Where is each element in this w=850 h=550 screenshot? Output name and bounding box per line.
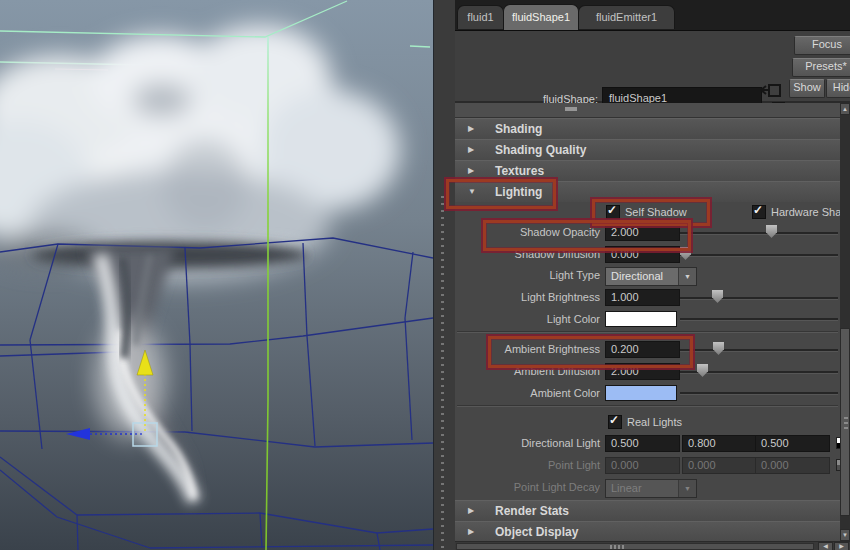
point-light-decay-dropdown: Linear ▼ <box>605 479 697 498</box>
tab-fluidemitter1[interactable]: fluidEmitter1 <box>578 5 675 29</box>
copy-tab-icon[interactable] <box>761 85 780 96</box>
light-type-label: Light Type <box>455 269 600 281</box>
hide-button[interactable]: Hide <box>826 79 850 98</box>
point-light-label: Point Light <box>455 459 600 471</box>
section-render-stats[interactable]: ▶ Render Stats <box>455 500 840 522</box>
ambient-brightness-slider[interactable] <box>680 349 838 352</box>
real-lights-checkbox[interactable]: ✓ <box>608 415 622 429</box>
directional-light-x-field[interactable]: 0.500 <box>605 435 680 452</box>
ae-tab-bar: fluid1 fluidShape1 fluidEmitter1 <box>455 0 850 31</box>
hardware-shadow-checkbox[interactable]: ✓ <box>752 205 766 219</box>
check-icon: ✓ <box>609 413 619 427</box>
light-brightness-label: Light Brightness <box>455 291 600 303</box>
partial-widget <box>565 107 577 111</box>
light-color-slider[interactable] <box>680 318 838 321</box>
ambient-color-label: Ambient Color <box>455 387 600 399</box>
directional-light-y-field[interactable]: 0.800 <box>682 435 757 452</box>
panel-divider[interactable] <box>433 0 457 550</box>
light-brightness-slider[interactable] <box>680 297 838 300</box>
real-lights-label: Real Lights <box>627 416 682 428</box>
manipulator-center-handle[interactable] <box>133 423 157 446</box>
light-color-swatch[interactable] <box>605 311 677 327</box>
check-icon: ✓ <box>753 203 763 217</box>
collapsed-arrow-icon: ▶ <box>468 506 474 515</box>
shadow-opacity-slider[interactable] <box>680 232 838 235</box>
annotation-box-shadow-opacity <box>483 220 691 251</box>
viewport-scene <box>0 0 433 550</box>
collapsed-arrow-icon: ▶ <box>468 166 474 175</box>
light-brightness-field[interactable]: 1.000 <box>605 289 680 306</box>
directional-light-z-field[interactable]: 0.500 <box>755 435 830 452</box>
directional-light-label: Directional Light <box>455 437 600 449</box>
hardware-shadow-label: Hardware Shadow <box>771 206 850 218</box>
collapsed-arrow-icon: ▶ <box>468 145 474 154</box>
ambient-color-swatch[interactable] <box>605 385 677 401</box>
light-color-label: Light Color <box>455 313 600 325</box>
light-type-dropdown[interactable]: Directional ▼ <box>605 267 697 286</box>
scroll-down-icon[interactable]: ▼ <box>840 529 850 541</box>
thumb-grip-dots <box>610 545 626 549</box>
scroll-right-icon[interactable]: ▶ <box>834 542 849 550</box>
collapsed-arrow-icon: ▶ <box>468 527 474 536</box>
show-button[interactable]: Show <box>789 79 825 98</box>
shadow-diffusion-slider[interactable] <box>680 254 838 257</box>
ambient-color-slider[interactable] <box>680 392 838 395</box>
section-object-display[interactable]: ▶ Object Display <box>455 521 840 543</box>
point-light-z-field: 0.000 <box>755 457 830 474</box>
scroll-up-icon[interactable]: ▲ <box>840 103 850 115</box>
point-light-y-field: 0.000 <box>682 457 757 474</box>
tab-fluidshape1[interactable]: fluidShape1 <box>503 4 579 30</box>
annotation-box-ambient-brightness <box>488 336 693 368</box>
scroll-left-icon[interactable]: ◀ <box>818 542 833 550</box>
vertical-scrollbar-thumb[interactable] <box>840 328 850 516</box>
focus-button[interactable]: Focus <box>794 36 850 55</box>
viewport-panel[interactable] <box>0 0 433 550</box>
scrolled-partial-row <box>455 103 840 118</box>
ae-header: fluidShape: fluidShape1 Focus Presets* S… <box>455 31 850 103</box>
dropdown-arrow-icon: ▼ <box>678 480 696 497</box>
section-shading[interactable]: ▶ Shading <box>455 118 840 140</box>
vertical-scrollbar[interactable]: ▲ ▼ <box>840 103 850 541</box>
presets-button[interactable]: Presets* <box>792 58 850 77</box>
tab-fluid1[interactable]: fluid1 <box>457 5 504 29</box>
thumb-grip-dots <box>844 417 848 431</box>
collapsed-arrow-icon: ▶ <box>468 124 474 133</box>
point-light-decay-label: Point Light Decay <box>455 481 600 493</box>
dropdown-arrow-icon[interactable]: ▼ <box>678 268 696 285</box>
horizontal-scrollbar[interactable]: ◀ ▶ <box>455 541 850 550</box>
attribute-editor: fluid1 fluidShape1 fluidEmitter1 fluidSh… <box>455 0 850 550</box>
section-shading-quality[interactable]: ▶ Shading Quality <box>455 139 840 161</box>
annotation-box-lighting <box>446 179 556 209</box>
divider-grip-dots[interactable] <box>441 196 444 548</box>
group-separator <box>457 405 838 407</box>
point-light-x-field: 0.000 <box>605 457 680 474</box>
maya-window: fluid1 fluidShape1 fluidEmitter1 fluidSh… <box>0 0 850 550</box>
group-separator <box>457 331 838 333</box>
horizontal-scrollbar-thumb[interactable] <box>456 543 814 550</box>
